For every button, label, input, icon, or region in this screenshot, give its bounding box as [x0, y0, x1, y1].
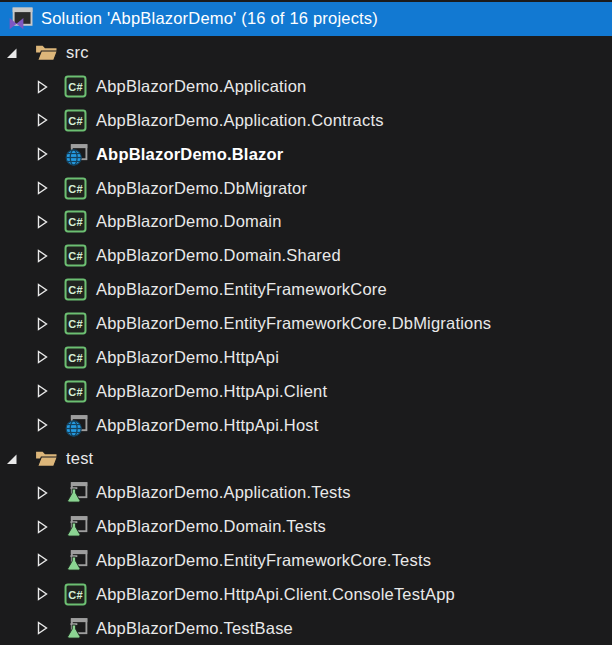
tree-item-src[interactable]: src	[0, 36, 612, 70]
expander-expanded-icon[interactable]	[2, 451, 34, 467]
svg-text:C#: C#	[68, 250, 82, 262]
test-project-icon	[64, 548, 94, 573]
tree-item-label: AbpBlazorDemo.HttpApi.Host	[94, 416, 319, 435]
tree-item-test[interactable]: test	[0, 442, 612, 476]
tree-item-label: AbpBlazorDemo.DbMigrator	[94, 179, 307, 198]
expander-collapsed-icon[interactable]	[32, 519, 64, 535]
tree-item-abpblazordemo-entityframeworkcore[interactable]: C# AbpBlazorDemo.EntityFrameworkCore	[0, 273, 612, 307]
solution-icon	[0, 5, 34, 32]
expander-collapsed-icon[interactable]	[32, 180, 64, 196]
csharp-project-icon: C#	[64, 244, 94, 267]
svg-text:C#: C#	[68, 216, 82, 228]
tree-item-label: AbpBlazorDemo.Blazor	[94, 145, 283, 164]
tree-item-abpblazordemo-httpapi-host[interactable]: AbpBlazorDemo.HttpApi.Host	[0, 408, 612, 442]
expander-collapsed-icon[interactable]	[32, 485, 64, 501]
tree-item-label: AbpBlazorDemo.Application.Tests	[94, 483, 351, 502]
tree-item-abpblazordemo-domain[interactable]: C# AbpBlazorDemo.Domain	[0, 205, 612, 239]
expander-collapsed-icon[interactable]	[32, 349, 64, 365]
svg-text:C#: C#	[68, 182, 82, 194]
test-project-icon	[64, 616, 94, 641]
tree-item-label: test	[64, 449, 93, 468]
tree-item-label: AbpBlazorDemo.Domain.Shared	[94, 246, 341, 265]
tree-item-abpblazordemo-testbase[interactable]: AbpBlazorDemo.TestBase	[0, 611, 612, 645]
tree-item-label: AbpBlazorDemo.HttpApi.Client	[94, 382, 327, 401]
tree-item-label: AbpBlazorDemo.HttpApi.Client.ConsoleTest…	[94, 585, 455, 604]
csharp-project-icon: C#	[64, 177, 94, 200]
tree-item-abpblazordemo-httpapi-client-consoletestapp[interactable]: C# AbpBlazorDemo.HttpApi.Client.ConsoleT…	[0, 577, 612, 611]
tree-item-label: AbpBlazorDemo.TestBase	[94, 619, 293, 638]
svg-text:C#: C#	[68, 81, 82, 93]
tree-item-label: AbpBlazorDemo.Application	[94, 77, 306, 96]
web-project-icon	[64, 142, 94, 167]
solution-explorer-panel: Solution 'AbpBlazorDemo' (16 of 16 proje…	[0, 0, 612, 645]
svg-text:C#: C#	[68, 351, 82, 363]
expander-expanded-icon[interactable]	[2, 45, 34, 61]
solution-root-row[interactable]: Solution 'AbpBlazorDemo' (16 of 16 proje…	[0, 2, 612, 36]
tree-item-abpblazordemo-entityframeworkcore-dbmigrations[interactable]: C# AbpBlazorDemo.EntityFrameworkCore.DbM…	[0, 307, 612, 341]
expander-collapsed-icon[interactable]	[32, 383, 64, 399]
open-folder-icon	[34, 446, 64, 471]
csharp-project-icon: C#	[64, 109, 94, 132]
csharp-project-icon: C#	[64, 583, 94, 606]
csharp-project-icon: C#	[64, 346, 94, 369]
tree-item-label: AbpBlazorDemo.EntityFrameworkCore.Tests	[94, 551, 431, 570]
csharp-project-icon: C#	[64, 75, 94, 98]
svg-text:C#: C#	[68, 385, 82, 397]
solution-root-label: Solution 'AbpBlazorDemo' (16 of 16 proje…	[34, 9, 378, 28]
expander-collapsed-icon[interactable]	[32, 79, 64, 95]
tree-item-abpblazordemo-httpapi[interactable]: C# AbpBlazorDemo.HttpApi	[0, 340, 612, 374]
expander-collapsed-icon[interactable]	[32, 282, 64, 298]
svg-text:C#: C#	[68, 115, 82, 127]
tree-item-abpblazordemo-application[interactable]: C# AbpBlazorDemo.Application	[0, 70, 612, 104]
tree-item-abpblazordemo-domain-tests[interactable]: AbpBlazorDemo.Domain.Tests	[0, 510, 612, 544]
tree-item-abpblazordemo-application-tests[interactable]: AbpBlazorDemo.Application.Tests	[0, 476, 612, 510]
expander-collapsed-icon[interactable]	[32, 214, 64, 230]
expander-collapsed-icon[interactable]	[32, 552, 64, 568]
expander-collapsed-icon[interactable]	[32, 112, 64, 128]
open-folder-icon	[34, 40, 64, 65]
expander-collapsed-icon[interactable]	[32, 586, 64, 602]
tree-item-label: src	[64, 43, 89, 62]
tree-item-abpblazordemo-entityframeworkcore-tests[interactable]: AbpBlazorDemo.EntityFrameworkCore.Tests	[0, 544, 612, 578]
csharp-project-icon: C#	[64, 312, 94, 335]
tree-item-abpblazordemo-application-contracts[interactable]: C# AbpBlazorDemo.Application.Contracts	[0, 104, 612, 138]
csharp-project-icon: C#	[64, 380, 94, 403]
tree-item-abpblazordemo-blazor[interactable]: AbpBlazorDemo.Blazor	[0, 137, 612, 171]
svg-text:C#: C#	[68, 318, 82, 330]
svg-text:C#: C#	[68, 588, 82, 600]
tree-item-abpblazordemo-httpapi-client[interactable]: C# AbpBlazorDemo.HttpApi.Client	[0, 374, 612, 408]
tree-item-label: AbpBlazorDemo.EntityFrameworkCore	[94, 280, 387, 299]
tree-item-label: AbpBlazorDemo.Domain	[94, 212, 282, 231]
tree-item-label: AbpBlazorDemo.Domain.Tests	[94, 517, 326, 536]
expander-collapsed-icon[interactable]	[32, 248, 64, 264]
svg-text:C#: C#	[68, 284, 82, 296]
tree-item-label: AbpBlazorDemo.HttpApi	[94, 348, 279, 367]
expander-collapsed-icon[interactable]	[32, 146, 64, 162]
expander-collapsed-icon[interactable]	[32, 417, 64, 433]
tree-item-abpblazordemo-dbmigrator[interactable]: C# AbpBlazorDemo.DbMigrator	[0, 171, 612, 205]
expander-collapsed-icon[interactable]	[32, 316, 64, 332]
test-project-icon	[64, 480, 94, 505]
tree-item-label: AbpBlazorDemo.EntityFrameworkCore.DbMigr…	[94, 314, 491, 333]
expander-collapsed-icon[interactable]	[32, 620, 64, 636]
tree-item-abpblazordemo-domain-shared[interactable]: C# AbpBlazorDemo.Domain.Shared	[0, 239, 612, 273]
test-project-icon	[64, 514, 94, 539]
csharp-project-icon: C#	[64, 210, 94, 233]
csharp-project-icon: C#	[64, 278, 94, 301]
web-project-icon	[64, 413, 94, 438]
tree-item-label: AbpBlazorDemo.Application.Contracts	[94, 111, 384, 130]
